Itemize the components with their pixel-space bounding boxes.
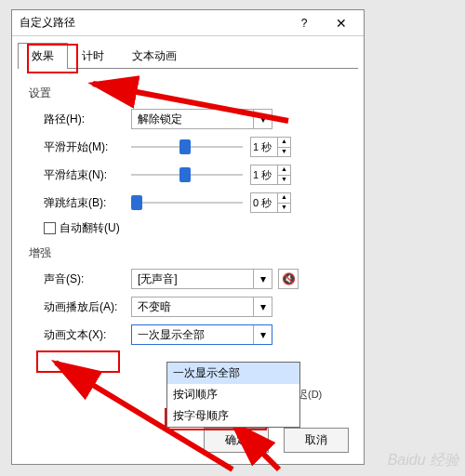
animate-text-value: 一次显示全部 — [138, 327, 205, 343]
sound-label: 声音(S): — [44, 271, 131, 287]
bounce-slider[interactable] — [131, 192, 243, 213]
smooth-start-spin[interactable]: ▲▼ — [250, 137, 291, 157]
smooth-start-label: 平滑开始(M): — [44, 139, 131, 155]
titlebar: 自定义路径 ? ✕ — [12, 10, 364, 36]
animate-text-label: 动画文本(X): — [44, 327, 131, 343]
settings-section-label: 设置 — [29, 86, 347, 101]
path-label: 路径(H): — [44, 112, 131, 127]
spin-up[interactable]: ▲ — [277, 193, 290, 204]
dialog-title: 自定义路径 — [20, 15, 286, 31]
checkbox-box — [44, 222, 56, 234]
smooth-end-slider[interactable] — [131, 165, 243, 185]
dropdown-option[interactable]: 一次显示全部 — [167, 363, 299, 384]
autoflip-checkbox[interactable]: 自动翻转(U) — [44, 220, 347, 236]
tab-effect[interactable]: 效果 — [18, 43, 68, 69]
bounce-spin[interactable]: ▲▼ — [250, 192, 291, 213]
speaker-icon[interactable]: 🔇 — [278, 269, 299, 289]
animate-text-select[interactable]: 一次显示全部 ▾ — [131, 324, 272, 345]
spin-up[interactable]: ▲ — [277, 165, 290, 176]
close-button[interactable]: ✕ — [323, 12, 360, 34]
after-value: 不变暗 — [138, 299, 171, 315]
help-button[interactable]: ? — [286, 12, 323, 34]
sound-select[interactable]: [无声音] ▾ — [131, 269, 272, 289]
tab-text-animation[interactable]: 文本动画 — [118, 43, 191, 69]
dialog-buttons: 确定 取消 — [204, 428, 349, 453]
dialog-body: 设置 路径(H): 解除锁定 ▾ 平滑开始(M): ▲▼ 平滑结束(N): ▲▼… — [12, 69, 364, 362]
path-value: 解除锁定 — [138, 112, 182, 127]
sound-value: [无声音] — [138, 271, 178, 287]
dropdown-option[interactable]: 按词顺序 — [167, 384, 299, 405]
smooth-end-label: 平滑结束(N): — [44, 167, 131, 183]
after-label: 动画播放后(A): — [44, 299, 131, 315]
tab-strip: 效果 计时 文本动画 — [18, 42, 358, 69]
smooth-end-value[interactable] — [251, 165, 277, 184]
bounce-label: 弹跳结束(B): — [44, 195, 131, 211]
spin-up[interactable]: ▲ — [277, 138, 290, 148]
spin-down[interactable]: ▼ — [277, 176, 290, 185]
spin-down[interactable]: ▼ — [277, 204, 290, 213]
smooth-end-spin[interactable]: ▲▼ — [250, 165, 291, 185]
animate-text-dropdown: 一次显示全部 按词顺序 按字母顺序 — [166, 362, 300, 428]
ok-button[interactable]: 确定 — [204, 428, 269, 453]
dropdown-option[interactable]: 按字母顺序 — [167, 405, 299, 427]
after-select[interactable]: 不变暗 ▾ — [131, 297, 272, 317]
chevron-down-icon: ▾ — [253, 298, 272, 316]
custom-path-dialog: 自定义路径 ? ✕ 效果 计时 文本动画 设置 路径(H): 解除锁定 ▾ 平滑… — [11, 9, 365, 465]
chevron-down-icon: ▾ — [253, 110, 272, 128]
spin-down[interactable]: ▼ — [277, 148, 290, 157]
chevron-down-icon: ▾ — [253, 325, 272, 344]
bounce-value[interactable] — [251, 193, 277, 212]
enhance-section-label: 增强 — [29, 245, 347, 261]
autoflip-label: 自动翻转(U) — [60, 220, 120, 236]
watermark: Baidu 经验 — [388, 451, 459, 470]
path-select[interactable]: 解除锁定 ▾ — [131, 109, 272, 129]
smooth-start-slider[interactable] — [131, 137, 243, 157]
tab-timing[interactable]: 计时 — [68, 43, 118, 69]
cancel-button[interactable]: 取消 — [284, 428, 349, 453]
chevron-down-icon: ▾ — [253, 270, 272, 288]
smooth-start-value[interactable] — [251, 138, 277, 156]
